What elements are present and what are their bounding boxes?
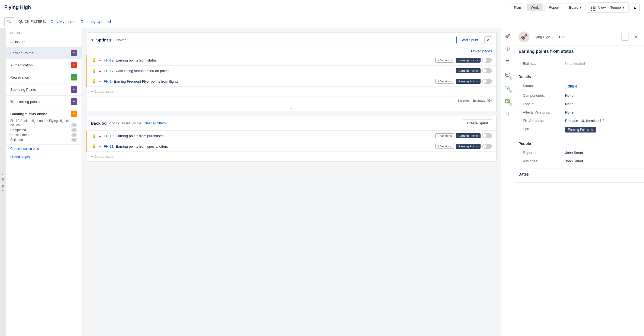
epics-panel: EPICS All issues Earning Points ▾ Authen…: [6, 28, 82, 336]
issues-stat-label: Issues: [10, 123, 20, 127]
issue-key-fh17[interactable]: FH-17: [104, 69, 114, 73]
recently-updated-link[interactable]: Recently Updated: [81, 20, 111, 24]
estimate-stat-label: Estimate: [10, 138, 23, 142]
epic-item-spending-points[interactable]: Spending Points ▾: [6, 83, 82, 96]
breadcrumb-issue-key[interactable]: FH-12: [555, 35, 565, 39]
sprint-close-button[interactable]: ✕: [484, 36, 492, 44]
report-button[interactable]: Report: [545, 4, 563, 11]
assignee-value: John Smart: [565, 159, 583, 163]
epic-item-registration[interactable]: Registration ▾: [6, 71, 82, 83]
search-button[interactable]: 🔍: [4, 17, 14, 26]
detail-icon-checklist[interactable]: ✅ 0: [503, 96, 512, 105]
epic-color-transferring-points[interactable]: ▾: [71, 98, 77, 105]
issue-key-fh1[interactable]: FH-1: [104, 79, 112, 83]
issue-toggle-fh12[interactable]: [482, 58, 492, 63]
detail-title: Earning points from status: [514, 46, 644, 56]
versions-tab[interactable]: VERSIONS: [0, 28, 6, 336]
epic-color-registration[interactable]: ▾: [71, 74, 77, 80]
start-sprint-button[interactable]: Start Sprint: [456, 36, 482, 44]
issue-toggle-fh10[interactable]: [482, 133, 492, 138]
detail-avatar: 🚀: [519, 31, 529, 42]
detail-icon-comment[interactable]: 💬 0: [503, 70, 512, 79]
epic-item-transferring-points[interactable]: Transferring points ▾: [6, 96, 82, 108]
epic-item-earning-points[interactable]: Earning Points ▾: [6, 47, 82, 59]
detail-close-button[interactable]: ✕: [632, 33, 640, 41]
drag-handle[interactable]: ≡: [86, 105, 496, 111]
view-in-tempo-button[interactable]: View in Tempo ▾: [587, 2, 629, 13]
clear-filters-link[interactable]: Clear all filters: [143, 121, 166, 125]
completed-stat-label: Completed: [10, 128, 26, 132]
sprint-chevron[interactable]: ▼: [91, 38, 94, 42]
reporter-value: John Smart: [565, 151, 583, 155]
detail-icon-rocket[interactable]: 🚀: [503, 31, 512, 40]
create-sprint-button[interactable]: Create Sprint: [463, 119, 492, 127]
epic-color-authentication[interactable]: ▾: [71, 62, 77, 68]
detail-menu-button[interactable]: ⋯: [621, 33, 629, 41]
status-label: Status:: [523, 84, 561, 88]
all-issues-item[interactable]: All issues: [6, 37, 82, 47]
backlog-issue-row-fh10: 💡 ▲ FH-10 Earning points from purchases …: [86, 131, 496, 141]
epic-value-tag[interactable]: Earning Points ✕: [565, 127, 596, 133]
backlog-count: 2 of 12 issues visible: [109, 121, 141, 125]
issue-epic-fh1[interactable]: Earning Points: [456, 79, 481, 84]
breadcrumb-project: Flying High: [533, 35, 550, 39]
issue-epic-fh17[interactable]: Earning Points: [456, 68, 481, 73]
issue-versions-fh12[interactable]: 2 Versions: [435, 58, 454, 63]
people-section-header: People: [519, 141, 640, 146]
fix-version-label: Fix Version/s:: [523, 119, 561, 123]
issue-type-icon-fh17: 💡: [92, 69, 96, 73]
plan-button[interactable]: Plan: [510, 4, 525, 11]
issue-toggle-fh1[interactable]: [482, 79, 492, 84]
board-button[interactable]: Board ▾: [565, 4, 585, 11]
sprint-linked-pages-link[interactable]: Linked pages: [471, 49, 492, 53]
booking-flights-section: Booking flights online ▾ FH-19 Book a fl…: [6, 108, 82, 145]
component-value: None: [565, 93, 574, 98]
linked-pages-link[interactable]: Linked pages: [6, 153, 82, 161]
backlog-issue-row-fh11: 💡 ▲ FH-11 Earning points from special of…: [86, 141, 496, 152]
issue-toggle-fh11[interactable]: [482, 144, 492, 149]
avatar-rocket-icon: 🚀: [521, 34, 527, 40]
sprint-footer-estimate-label: Estimate: [473, 99, 485, 102]
backlog-create-issue[interactable]: + Create issue: [86, 152, 496, 161]
issue-priority-icon-fh12: ▲: [98, 58, 102, 62]
issue-key-fh11[interactable]: FH-11: [104, 144, 114, 148]
detail-icon-info[interactable]: ⓘ: [503, 44, 512, 53]
epic-remove-icon[interactable]: ✕: [591, 128, 593, 132]
issue-toggle-fh17[interactable]: [482, 68, 492, 73]
detail-icon-list[interactable]: ☰: [503, 57, 512, 66]
epic-color-spending-points[interactable]: ▾: [71, 86, 77, 93]
breadcrumb-sep: /: [552, 35, 553, 39]
detail-icon-code[interactable]: {}: [503, 109, 512, 118]
issue-versions-fh11[interactable]: 2 Versions: [435, 144, 454, 149]
detail-icon-paperclip[interactable]: 📎 0: [503, 83, 512, 92]
issue-versions-fh1[interactable]: 2 Versions: [435, 79, 454, 84]
work-button[interactable]: Work: [527, 4, 543, 11]
sprint-section: ▼ Sprint 1 3 issues Start Sprint ✕ Linke…: [86, 33, 497, 111]
issue-epic-fh12[interactable]: Earning Points: [456, 58, 481, 63]
booking-fh-key[interactable]: FH-19: [10, 119, 19, 123]
only-my-issues-link[interactable]: Only My Issues: [50, 20, 76, 24]
epic-item-authentication[interactable]: Authentication ▾: [6, 59, 82, 71]
epic-label-authentication: Authentication: [10, 63, 33, 67]
epic-color-earning-points[interactable]: ▾: [71, 50, 77, 56]
issue-versions-fh10[interactable]: 2 Versions: [435, 133, 454, 138]
booking-flights-color-btn[interactable]: ▾: [71, 111, 77, 117]
create-issue-in-epic-link[interactable]: Create issue in epic: [6, 145, 82, 153]
sprint-estimate-badge: 0: [487, 99, 492, 102]
sprint-issue-row-fh17: 💡 ▲ FH-17 Calculating status based on po…: [86, 66, 496, 76]
epic-label-spending-points: Spending Points: [10, 88, 36, 92]
estimate-label: Estimate:: [523, 62, 561, 66]
status-badge[interactable]: OPEN: [565, 84, 579, 89]
issue-type-icon-fh12: 💡: [92, 58, 96, 62]
issue-key-fh10[interactable]: FH-10: [104, 134, 114, 138]
issue-epic-fh11[interactable]: Earning Points: [456, 144, 481, 149]
issues-stat-count: 3: [71, 123, 77, 127]
collapse-button[interactable]: ▲: [630, 4, 640, 11]
sprint-issue-row-fh12: 💡 ▲ FH-12 Earning points from status 2 V…: [86, 55, 496, 66]
sprint-create-issue[interactable]: + Create issue: [86, 87, 496, 96]
issue-epic-fh10[interactable]: Earning Points: [456, 133, 481, 138]
issue-key-fh12[interactable]: FH-12: [104, 58, 114, 62]
completed-stat-count: 0: [71, 128, 77, 132]
assignee-label: Assignee:: [523, 159, 561, 163]
grid-icon: [591, 4, 597, 11]
